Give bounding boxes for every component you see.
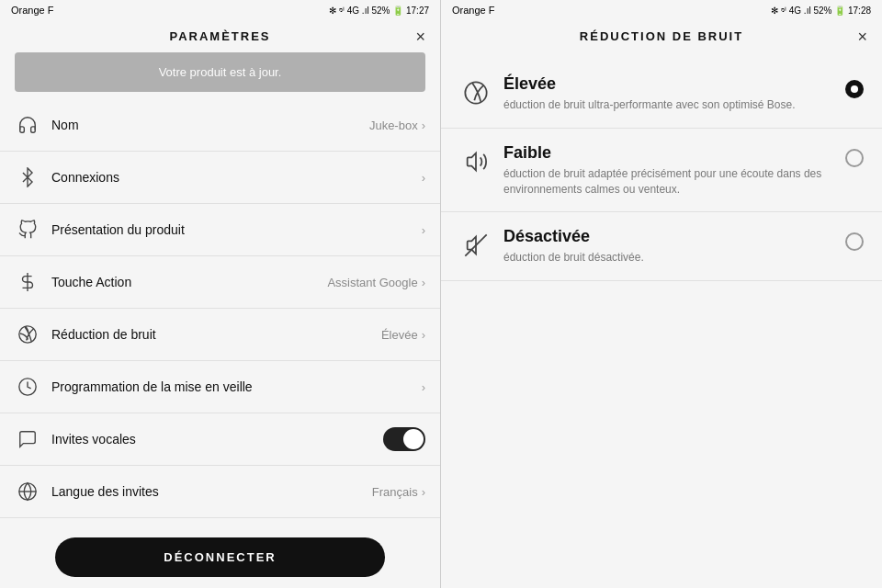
noise-reduction-icon xyxy=(15,322,40,347)
noise-desactivee-radio[interactable] xyxy=(845,232,864,251)
settings-item-reduction-bruit[interactable]: Réduction de bruit Élevée › xyxy=(0,309,440,361)
reduction-bruit-chevron: › xyxy=(422,328,425,342)
status-bar-right: Orange F ✻ ᵑᴵ 4G .ıl 52% 🔋 17:28 xyxy=(441,0,882,20)
langue-value: Français xyxy=(372,485,418,499)
product-icon xyxy=(15,217,40,243)
noise-high-icon xyxy=(459,76,492,109)
nom-chevron: › xyxy=(422,119,425,132)
noise-desactivee-title: Désactivée xyxy=(503,227,838,246)
noise-elevee-radio[interactable] xyxy=(845,80,864,98)
touche-action-label: Touche Action xyxy=(51,275,327,289)
noise-low-icon xyxy=(459,145,492,178)
touche-action-chevron: › xyxy=(422,276,425,289)
noise-faible-content: Faible éduction de bruit adaptée précisé… xyxy=(503,143,838,198)
settings-item-nom[interactable]: Nom Juke-box › xyxy=(0,99,440,152)
settings-item-invites-vocales[interactable]: Invites vocales xyxy=(0,413,440,466)
presentation-label: Présentation du produit xyxy=(51,222,422,237)
noise-faible-desc: éduction de bruit adaptée précisément po… xyxy=(503,166,838,198)
noise-off-icon xyxy=(459,229,492,262)
invites-vocales-label: Invites vocales xyxy=(51,432,383,447)
clock-icon xyxy=(15,374,40,400)
noise-elevee-content: Élevée éduction de bruit ultra-performan… xyxy=(503,74,838,113)
reduction-bruit-label: Réduction de bruit xyxy=(51,327,381,342)
settings-item-touche-action[interactable]: Touche Action Assistant Google › xyxy=(0,256,440,309)
noise-elevee-title: Élevée xyxy=(503,74,838,94)
programmation-chevron: › xyxy=(422,380,425,394)
carrier-right: Orange F xyxy=(452,5,494,16)
close-button-left[interactable]: × xyxy=(415,28,425,45)
noise-desactivee-desc: éduction de bruit désactivée. xyxy=(503,250,838,266)
settings-item-connexions[interactable]: Connexions › xyxy=(0,152,440,204)
noise-faible-radio[interactable] xyxy=(845,149,864,167)
bluetooth-icon xyxy=(15,164,40,190)
noise-desactivee-content: Désactivée éduction de bruit désactivée. xyxy=(503,227,838,266)
settings-panel: Orange F ✻ ᵑᴵ 4G .ıl 52% 🔋 17:27 PARAMÈT… xyxy=(0,0,441,588)
status-bar-left: Orange F ✻ ᵑᴵ 4G .ıl 52% 🔋 17:27 xyxy=(0,0,440,20)
noise-faible-title: Faible xyxy=(503,143,838,163)
globe-icon xyxy=(15,479,40,504)
noise-option-desactivee[interactable]: Désactivée éduction de bruit désactivée. xyxy=(441,212,882,281)
close-button-right[interactable]: × xyxy=(857,28,867,45)
headphones-icon xyxy=(15,112,40,138)
noise-options-list: Élevée éduction de bruit ultra-performan… xyxy=(441,52,882,588)
invites-vocales-toggle[interactable] xyxy=(383,427,425,451)
status-icons-left: ✻ ᵑᴵ 4G .ıl 52% 🔋 17:27 xyxy=(329,6,429,16)
noise-elevee-desc: éduction de bruit ultra-performante avec… xyxy=(503,97,838,113)
nom-value: Juke-box xyxy=(369,119,418,132)
settings-title: PARAMÈTRES xyxy=(169,29,270,43)
settings-item-langue[interactable]: Langue des invites Français › xyxy=(0,466,440,518)
touche-action-value: Assistant Google xyxy=(327,276,417,289)
update-banner: Votre produit est à jour. xyxy=(15,52,425,92)
status-icons-right: ✻ ᵑᴵ 4G .ıl 52% 🔋 17:28 xyxy=(771,6,871,16)
chat-icon xyxy=(15,426,40,452)
reduction-bruit-value: Élevée xyxy=(381,328,418,342)
langue-chevron: › xyxy=(422,485,425,499)
carrier-left: Orange F xyxy=(11,5,53,16)
presentation-chevron: › xyxy=(422,223,425,237)
nom-label: Nom xyxy=(51,118,369,132)
settings-list: Nom Juke-box › Connexions › Présentation… xyxy=(0,99,440,530)
programmation-label: Programmation de la mise en veille xyxy=(51,379,422,394)
settings-item-mode-emploi[interactable]: Mode d'emploi › xyxy=(0,518,440,530)
settings-header: PARAMÈTRES × xyxy=(0,20,440,52)
connexions-label: Connexions xyxy=(51,170,418,185)
settings-item-programmation[interactable]: Programmation de la mise en veille › xyxy=(0,361,440,413)
disconnect-button[interactable]: DÉCONNECTER xyxy=(55,537,385,577)
noise-header: RÉDUCTION DE BRUIT × xyxy=(441,20,882,52)
noise-option-faible[interactable]: Faible éduction de bruit adaptée précisé… xyxy=(441,129,882,213)
action-key-icon xyxy=(15,269,40,295)
langue-label: Langue des invites xyxy=(51,484,372,499)
connexions-chevron: › xyxy=(422,171,425,185)
noise-title: RÉDUCTION DE BRUIT xyxy=(580,29,743,43)
noise-reduction-panel: Orange F ✻ ᵑᴵ 4G .ıl 52% 🔋 17:28 RÉDUCTI… xyxy=(441,0,882,588)
settings-item-presentation[interactable]: Présentation du produit › xyxy=(0,204,440,256)
noise-option-elevee[interactable]: Élevée éduction de bruit ultra-performan… xyxy=(441,60,882,129)
